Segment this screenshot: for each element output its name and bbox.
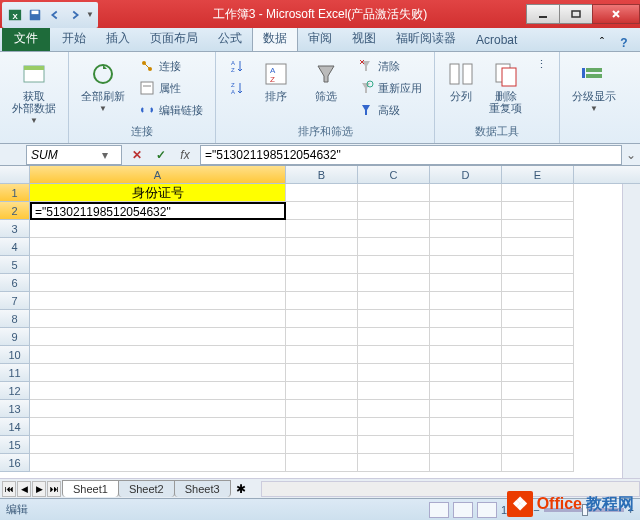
tab-foxit[interactable]: 福昕阅读器 — [386, 26, 466, 51]
sheet-nav-first-icon[interactable]: ⏮ — [2, 481, 16, 497]
column-header-E[interactable]: E — [502, 166, 574, 183]
cell[interactable] — [286, 346, 358, 364]
minimize-button[interactable] — [526, 4, 560, 24]
cell[interactable] — [30, 346, 286, 364]
cell[interactable] — [286, 292, 358, 310]
row-header[interactable]: 2 — [0, 202, 30, 220]
tab-review[interactable]: 审阅 — [298, 26, 342, 51]
row-header[interactable]: 15 — [0, 436, 30, 454]
refresh-all-button[interactable]: 全部刷新 ▼ — [77, 56, 129, 117]
cell[interactable] — [502, 328, 574, 346]
cell[interactable] — [502, 238, 574, 256]
cell[interactable] — [286, 418, 358, 436]
cell[interactable] — [358, 238, 430, 256]
cell[interactable] — [430, 238, 502, 256]
cell[interactable] — [286, 328, 358, 346]
cell[interactable] — [286, 400, 358, 418]
cell[interactable] — [286, 256, 358, 274]
connections-button[interactable]: 连接 — [135, 56, 207, 76]
cell[interactable] — [358, 418, 430, 436]
cell[interactable] — [286, 454, 358, 472]
cancel-icon[interactable]: ✕ — [128, 146, 146, 164]
cell[interactable] — [430, 364, 502, 382]
filter-button[interactable]: 筛选 — [304, 56, 348, 106]
row-header[interactable]: 5 — [0, 256, 30, 274]
advanced-filter-button[interactable]: 高级 — [354, 100, 426, 120]
redo-icon[interactable] — [66, 6, 84, 24]
cell[interactable] — [358, 184, 430, 202]
cell[interactable] — [430, 292, 502, 310]
column-header-B[interactable]: B — [286, 166, 358, 183]
undo-icon[interactable] — [46, 6, 64, 24]
cell[interactable] — [286, 202, 358, 220]
cell[interactable] — [286, 364, 358, 382]
cell[interactable] — [358, 364, 430, 382]
cell[interactable] — [30, 292, 286, 310]
reapply-button[interactable]: 重新应用 — [354, 78, 426, 98]
row-header[interactable]: 11 — [0, 364, 30, 382]
tab-acrobat[interactable]: Acrobat — [466, 29, 527, 51]
cell[interactable] — [502, 220, 574, 238]
cell[interactable] — [430, 346, 502, 364]
row-header[interactable]: 6 — [0, 274, 30, 292]
sheet-tab-2[interactable]: Sheet2 — [118, 480, 175, 497]
cell[interactable] — [502, 400, 574, 418]
cell[interactable] — [30, 418, 286, 436]
cell[interactable] — [286, 238, 358, 256]
tab-file[interactable]: 文件 — [2, 26, 50, 51]
cell[interactable] — [502, 184, 574, 202]
save-icon[interactable] — [26, 6, 44, 24]
sort-asc-button[interactable]: AZ — [224, 56, 248, 76]
sort-desc-button[interactable]: ZA — [224, 78, 248, 98]
cell[interactable] — [358, 220, 430, 238]
cell[interactable] — [430, 256, 502, 274]
row-header[interactable]: 8 — [0, 310, 30, 328]
cell[interactable] — [502, 346, 574, 364]
sheet-nav-last-icon[interactable]: ⏭ — [47, 481, 61, 497]
edit-links-button[interactable]: 编辑链接 — [135, 100, 207, 120]
cell[interactable] — [358, 382, 430, 400]
row-header[interactable]: 10 — [0, 346, 30, 364]
cell[interactable] — [30, 310, 286, 328]
cell[interactable] — [358, 328, 430, 346]
name-box-dropdown-icon[interactable]: ▾ — [97, 148, 113, 162]
cell[interactable] — [358, 436, 430, 454]
close-button[interactable] — [592, 4, 640, 24]
sheet-nav-prev-icon[interactable]: ◀ — [17, 481, 31, 497]
cell[interactable] — [30, 382, 286, 400]
cell[interactable] — [286, 184, 358, 202]
row-header[interactable]: 12 — [0, 382, 30, 400]
cell[interactable] — [30, 364, 286, 382]
row-header[interactable]: 14 — [0, 418, 30, 436]
select-all-corner[interactable] — [0, 166, 30, 183]
remove-duplicates-button[interactable]: 删除 重复项 — [485, 56, 526, 118]
cell[interactable] — [502, 310, 574, 328]
tab-home[interactable]: 开始 — [52, 26, 96, 51]
tab-view[interactable]: 视图 — [342, 26, 386, 51]
normal-view-icon[interactable] — [429, 502, 449, 518]
cell[interactable] — [430, 202, 502, 220]
cell[interactable] — [30, 256, 286, 274]
sort-button[interactable]: AZ 排序 — [254, 56, 298, 106]
cell[interactable]: 身份证号 — [30, 184, 286, 202]
sheet-nav-next-icon[interactable]: ▶ — [32, 481, 46, 497]
text-to-columns-button[interactable]: 分列 — [443, 56, 479, 106]
minimize-ribbon-icon[interactable]: ˆ — [594, 35, 610, 51]
cell[interactable] — [502, 436, 574, 454]
get-external-data-button[interactable]: 获取 外部数据 ▼ — [8, 56, 60, 129]
fx-icon[interactable]: fx — [176, 146, 194, 164]
row-header[interactable]: 16 — [0, 454, 30, 472]
tab-data[interactable]: 数据 — [252, 25, 298, 51]
excel-icon[interactable]: X — [6, 6, 24, 24]
data-tools-more-icon[interactable]: ⋮ — [532, 56, 551, 73]
formula-bar-expand-icon[interactable]: ⌄ — [622, 148, 640, 162]
properties-button[interactable]: 属性 — [135, 78, 207, 98]
cell[interactable] — [430, 436, 502, 454]
column-header-D[interactable]: D — [430, 166, 502, 183]
cell[interactable] — [430, 184, 502, 202]
cell[interactable] — [358, 256, 430, 274]
cell[interactable] — [358, 274, 430, 292]
cell[interactable] — [502, 256, 574, 274]
page-break-view-icon[interactable] — [477, 502, 497, 518]
cell[interactable] — [286, 436, 358, 454]
